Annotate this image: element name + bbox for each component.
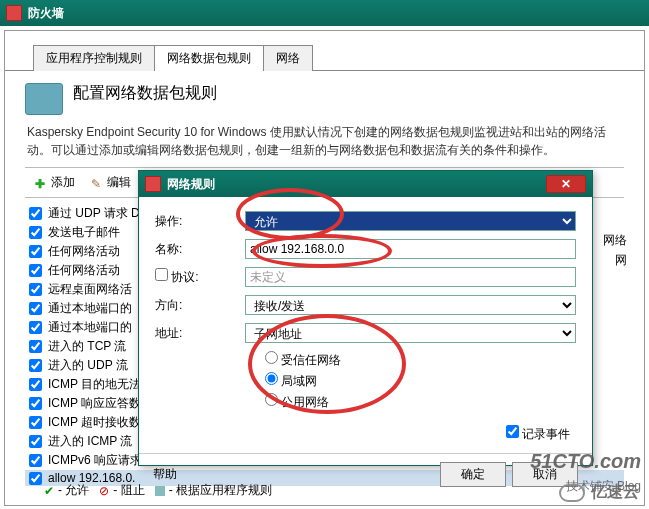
rule-label: 通过 UDP 请求 D [48, 205, 140, 222]
rule-label: ICMP 超时接收数 [48, 414, 141, 431]
rule-checkbox[interactable] [29, 302, 42, 315]
log-checkbox[interactable] [506, 425, 519, 438]
protocol-checkbox-label[interactable]: 协议: [155, 270, 199, 284]
pencil-icon: ✎ [91, 177, 103, 189]
rule-checkbox[interactable] [29, 264, 42, 277]
rule-checkbox[interactable] [29, 245, 42, 258]
dialog-app-icon [145, 176, 161, 192]
rule-checkbox[interactable] [29, 454, 42, 467]
block-icon: ⊘ [99, 484, 109, 498]
protocol-field [245, 267, 576, 287]
rule-label: 进入的 UDP 流 [48, 357, 128, 374]
rule-label: 发送电子邮件 [48, 224, 120, 241]
check-icon: ✔ [44, 484, 54, 498]
help-link[interactable]: 帮助 [153, 466, 177, 483]
rule-checkbox[interactable] [29, 472, 42, 485]
rule-checkbox[interactable] [29, 359, 42, 372]
ok-button[interactable]: 确定 [440, 462, 506, 487]
tab-network[interactable]: 网络 [263, 45, 313, 71]
app-icon [6, 5, 22, 21]
dialog-close-button[interactable]: ✕ [546, 175, 586, 193]
rule-checkbox[interactable] [29, 416, 42, 429]
rule-checkbox[interactable] [29, 397, 42, 410]
rule-label: 通过本地端口的 [48, 300, 132, 317]
rule-label: 通过本地端口的 [48, 319, 132, 336]
rule-checkbox[interactable] [29, 207, 42, 220]
window-title: 防火墙 [28, 5, 64, 22]
direction-label: 方向: [155, 297, 245, 314]
name-input[interactable] [245, 239, 576, 259]
protocol-checkbox[interactable] [155, 268, 168, 281]
page-description: Kaspersky Endpoint Security 10 for Windo… [27, 123, 624, 159]
radio-trusted[interactable]: 受信任网络 [265, 351, 576, 369]
tab-app-control[interactable]: 应用程序控制规则 [33, 45, 155, 71]
network-type-group: 受信任网络 局域网 公用网络 [265, 351, 576, 411]
dialog-titlebar: 网络规则 ✕ [139, 171, 592, 197]
rule-label: 远程桌面网络活 [48, 281, 132, 298]
rule-label: 进入的 TCP 流 [48, 338, 126, 355]
tab-strip: 应用程序控制规则 网络数据包规则 网络 [5, 31, 644, 71]
rule-label: ICMP 目的地无法 [48, 376, 141, 393]
page-title: 配置网络数据包规则 [73, 83, 217, 104]
watermark-1: 51CTO.com [530, 450, 641, 473]
add-button[interactable]: ✚添加 [35, 174, 75, 191]
address-select[interactable]: 子网地址 [245, 323, 576, 343]
rule-checkbox[interactable] [29, 378, 42, 391]
main-window: 防火墙 应用程序控制规则 网络数据包规则 网络 配置网络数据包规则 Kasper… [0, 0, 649, 509]
rule-label: 任何网络活动 [48, 262, 120, 279]
direction-select[interactable]: 接收/发送 [245, 295, 576, 315]
rule-label: 进入的 ICMP 流 [48, 433, 132, 450]
watermark-3: 亿速云 [559, 482, 639, 503]
rule-checkbox[interactable] [29, 283, 42, 296]
page-icon [25, 83, 63, 115]
radio-public[interactable]: 公用网络 [265, 393, 576, 411]
rule-label: ICMP 响应应答数 [48, 395, 141, 412]
rule-checkbox[interactable] [29, 226, 42, 239]
rule-label: ICMPv6 响应请求 [48, 452, 142, 469]
rule-checkbox[interactable] [29, 435, 42, 448]
action-select[interactable]: 允许 [245, 211, 576, 231]
network-rule-dialog: 网络规则 ✕ 操作: 允许 名称: 协议: 方向: 接收/发送 地址: 子网 [138, 170, 593, 466]
address-label: 地址: [155, 325, 245, 342]
name-label: 名称: [155, 241, 245, 258]
action-label: 操作: [155, 213, 245, 230]
tab-packet-rules[interactable]: 网络数据包规则 [154, 45, 264, 71]
side-label-2: 网 [615, 252, 627, 269]
side-label-1: 网络 [603, 232, 627, 249]
dialog-title: 网络规则 [167, 176, 215, 193]
main-titlebar: 防火墙 [0, 0, 649, 26]
cloud-icon [559, 484, 585, 502]
rule-checkbox[interactable] [29, 321, 42, 334]
radio-lan[interactable]: 局域网 [265, 372, 576, 390]
rule-checkbox[interactable] [29, 340, 42, 353]
plus-icon: ✚ [35, 177, 47, 189]
rule-label: 任何网络活动 [48, 243, 120, 260]
log-checkbox-label[interactable]: 记录事件 [506, 427, 570, 441]
edit-button[interactable]: ✎编辑 [91, 174, 131, 191]
